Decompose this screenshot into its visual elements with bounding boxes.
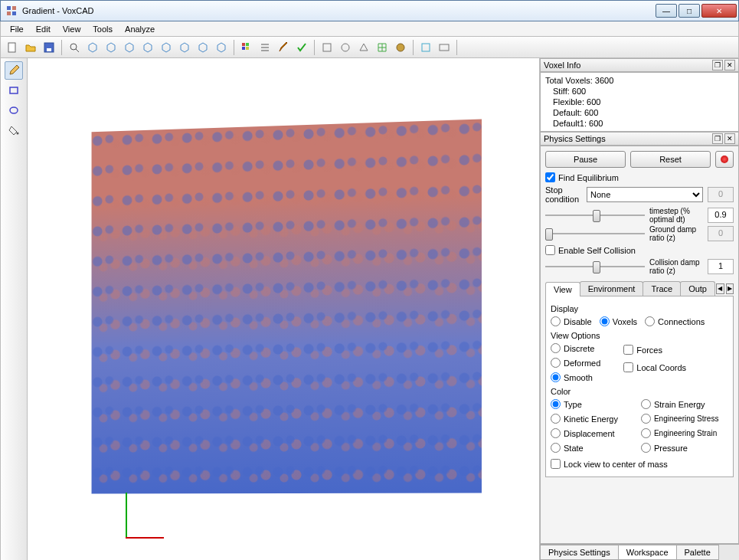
color-label: Color (551, 387, 728, 396)
ground-damp-slider[interactable] (545, 226, 645, 241)
reset-button[interactable]: Reset (630, 151, 711, 168)
svg-rect-0 (7, 6, 11, 10)
undock-icon[interactable]: ❐ (712, 60, 723, 70)
close-panel-icon[interactable]: ✕ (724, 133, 735, 144)
window-titlebar: Gradient - VoxCAD — □ ✕ (0, 0, 739, 21)
deformed-radio[interactable] (551, 358, 561, 368)
color-displacement-radio[interactable] (551, 428, 561, 438)
find-equilibrium-checkbox[interactable] (545, 172, 555, 182)
ground-damp-label: Ground damp ratio (z) (649, 225, 703, 242)
tab-view[interactable]: View (545, 282, 580, 296)
zoom-icon[interactable] (66, 39, 83, 56)
tab-scroll-left-icon[interactable]: ◀ (716, 283, 724, 294)
new-file-icon[interactable] (4, 39, 21, 56)
timestep-slider[interactable] (545, 208, 645, 223)
tool-icon-5[interactable] (392, 39, 409, 56)
color-eng-stress-radio[interactable] (641, 414, 651, 424)
tool-icon-6[interactable] (417, 39, 434, 56)
collision-damp-slider[interactable] (545, 259, 645, 274)
display-label: Display (551, 304, 728, 313)
pause-button[interactable]: Pause (545, 151, 626, 168)
tool-icon-4[interactable] (374, 39, 391, 56)
cube-icon-6[interactable] (176, 39, 193, 56)
color-kinetic-radio[interactable] (551, 414, 561, 424)
menu-analyze[interactable]: Analyze (119, 23, 161, 35)
maximize-button[interactable]: □ (679, 4, 700, 18)
color-state-radio[interactable] (551, 443, 561, 453)
display-disable-radio[interactable] (551, 316, 561, 326)
3d-viewport[interactable] (28, 58, 540, 560)
cube-icon-7[interactable] (195, 39, 211, 56)
stop-condition-select[interactable]: None (587, 187, 703, 202)
enable-self-collision-checkbox[interactable] (545, 245, 555, 255)
physics-settings-title: Physics Settings (544, 134, 606, 143)
tool-icon-3[interactable] (355, 39, 372, 56)
brush-icon[interactable] (275, 39, 292, 56)
save-icon[interactable] (41, 39, 57, 56)
cube-icon-2[interactable] (103, 39, 119, 56)
app-icon (5, 5, 18, 17)
close-panel-icon[interactable]: ✕ (724, 60, 735, 70)
ellipse-tool-icon[interactable] (5, 101, 23, 120)
tab-output[interactable]: Outp (680, 281, 715, 296)
enable-self-collision-label: Enable Self Collision (558, 246, 636, 255)
menu-file[interactable]: File (4, 23, 30, 35)
color-strain-energy-radio[interactable] (641, 399, 651, 409)
record-button[interactable] (715, 151, 734, 168)
cube-icon-3[interactable] (121, 39, 138, 56)
find-equilibrium-label: Find Equilibrium (558, 173, 619, 182)
tool-icon-2[interactable] (337, 39, 354, 56)
discrete-radio[interactable] (551, 343, 561, 353)
minimize-button[interactable]: — (656, 4, 677, 18)
svg-point-23 (17, 133, 19, 135)
color-eng-strain-radio[interactable] (641, 428, 651, 438)
cube-icon-4[interactable] (139, 39, 156, 56)
svg-rect-3 (12, 11, 16, 15)
menu-tools[interactable]: Tools (87, 23, 119, 35)
display-connections-radio[interactable] (645, 316, 655, 326)
rectangle-tool-icon[interactable] (5, 81, 23, 100)
tool-icon-7[interactable] (436, 39, 453, 56)
tab-scroll-right-icon[interactable]: ▶ (726, 283, 734, 294)
settings-tabs: View Environment Trace Outp ◀ ▶ (545, 281, 734, 296)
cube-icon-8[interactable] (213, 39, 230, 56)
menu-edit[interactable]: Edit (30, 23, 57, 35)
collision-damp-value[interactable]: 1 (708, 259, 734, 274)
tab-trace[interactable]: Trace (643, 281, 681, 296)
color-pressure-radio[interactable] (641, 443, 651, 453)
palette-icon[interactable] (238, 39, 255, 56)
svg-rect-19 (422, 44, 430, 51)
lock-view-checkbox[interactable] (551, 459, 561, 469)
display-voxels-radio[interactable] (600, 316, 610, 326)
pencil-tool-icon[interactable] (5, 61, 23, 80)
bottom-tab-palette[interactable]: Palette (676, 545, 719, 560)
open-icon[interactable] (22, 39, 39, 56)
forces-checkbox[interactable] (623, 345, 633, 355)
cube-icon-5[interactable] (158, 39, 175, 56)
y-axis-icon (126, 493, 127, 539)
stop-condition-label: Stop condition (545, 185, 582, 204)
cube-icon-1[interactable] (84, 39, 101, 56)
close-button[interactable]: ✕ (701, 4, 737, 18)
smooth-radio[interactable] (551, 372, 561, 382)
list-icon[interactable] (257, 39, 273, 56)
undock-icon[interactable]: ❐ (712, 133, 723, 144)
toolbar (0, 37, 739, 58)
bucket-tool-icon[interactable] (5, 121, 23, 139)
tab-environment[interactable]: Environment (580, 281, 644, 296)
collision-damp-label: Collision damp ratio (z) (649, 258, 703, 275)
physics-settings-header: Physics Settings ❐ ✕ (540, 132, 739, 146)
local-coords-checkbox[interactable] (623, 362, 633, 372)
check-icon[interactable] (293, 39, 310, 56)
svg-rect-9 (242, 43, 245, 46)
bottom-tab-physics[interactable]: Physics Settings (540, 545, 619, 560)
tool-icon-1[interactable] (319, 39, 335, 56)
timestep-label: timestep (% optimal dt) (649, 207, 703, 224)
timestep-value[interactable]: 0.9 (708, 208, 734, 223)
bottom-tab-workspace[interactable]: Workspace (618, 545, 677, 560)
color-type-radio[interactable] (551, 399, 561, 409)
bottom-tabs: Physics Settings Workspace Palette (540, 544, 739, 560)
svg-point-22 (10, 107, 18, 113)
svg-rect-10 (246, 43, 249, 46)
menu-view[interactable]: View (57, 23, 87, 35)
